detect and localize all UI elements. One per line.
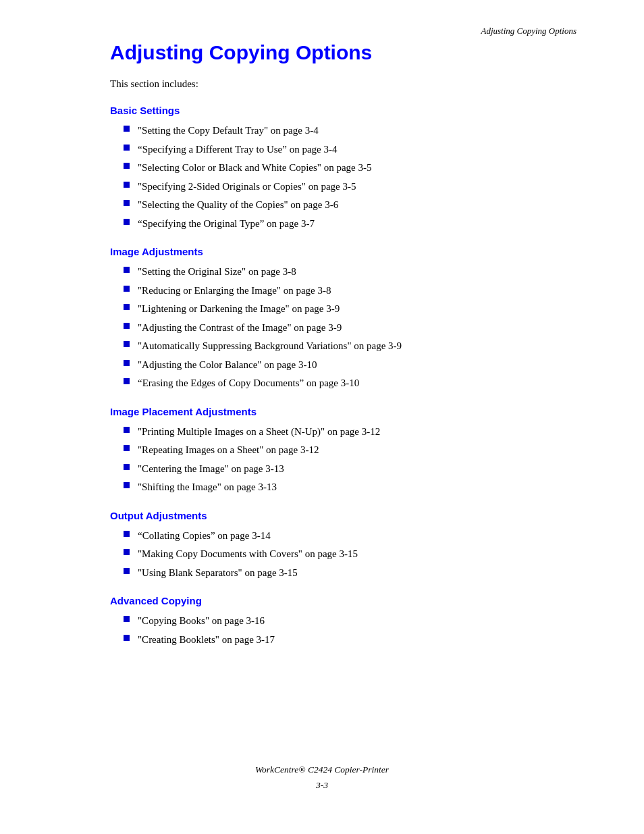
section-heading-advanced-copying: Advanced Copying [110, 595, 576, 606]
basic-settings-list: "Setting the Copy Default Tray" on page … [124, 123, 576, 231]
list-item: "Centering the Image" on page 3-13 [124, 461, 576, 477]
list-item: "Shifting the Image" on page 3-13 [124, 479, 576, 495]
section-image-placement: Image Placement Adjustments "Printing Mu… [110, 406, 576, 495]
page-header: Adjusting Copying Options [481, 26, 576, 36]
bullet-icon [124, 341, 130, 347]
footer-line1: WorkCentre® C2424 Copier-Printer [0, 762, 644, 778]
bullet-icon [124, 267, 130, 273]
list-item: "Setting the Copy Default Tray" on page … [124, 123, 576, 138]
list-item-text: "Making Copy Documents with Covers" on p… [138, 546, 358, 562]
list-item-text: "Shifting the Image" on page 3-13 [138, 479, 277, 495]
image-placement-list: "Printing Multiple Images on a Sheet (N-… [124, 424, 576, 495]
list-item: "Copying Books" on page 3-16 [124, 613, 576, 629]
bullet-icon [124, 464, 130, 470]
bullet-icon [124, 219, 130, 225]
list-item-text: “Specifying a Different Tray to Use” on … [138, 142, 337, 157]
list-item: “Collating Copies” on page 3-14 [124, 528, 576, 544]
section-heading-output-adjustments: Output Adjustments [110, 510, 576, 521]
list-item-text: "Reducing or Enlarging the Image" on pag… [138, 283, 331, 298]
list-item: "Creating Booklets" on page 3-17 [124, 632, 576, 648]
bullet-icon [124, 616, 130, 622]
list-item: "Adjusting the Contrast of the Image" on… [124, 320, 576, 336]
header-title: Adjusting Copying Options [481, 26, 576, 36]
list-item: "Specifying 2-Sided Originals or Copies"… [124, 179, 576, 194]
intro-text: This section includes: [110, 78, 576, 90]
bullet-icon [124, 531, 130, 537]
list-item-text: "Centering the Image" on page 3-13 [138, 461, 284, 477]
list-item: “Erasing the Edges of Copy Documents” on… [124, 375, 576, 391]
list-item: "Printing Multiple Images on a Sheet (N-… [124, 424, 576, 440]
bullet-icon [124, 145, 130, 151]
list-item: "Repeating Images on a Sheet" on page 3-… [124, 442, 576, 458]
list-item: "Lightening or Darkening the Image" on p… [124, 301, 576, 317]
section-heading-image-placement: Image Placement Adjustments [110, 406, 576, 417]
bullet-icon [124, 163, 130, 169]
list-item-text: "Creating Booklets" on page 3-17 [138, 632, 275, 648]
list-item-text: "Selecting Color or Black and White Copi… [138, 160, 371, 176]
list-item-text: "Selecting the Quality of the Copies" on… [138, 197, 338, 213]
list-item-text: "Using Blank Separators" on page 3-15 [138, 565, 298, 581]
list-item-text: "Repeating Images on a Sheet" on page 3-… [138, 442, 319, 458]
list-item: "Using Blank Separators" on page 3-15 [124, 565, 576, 581]
section-image-adjustments: Image Adjustments "Setting the Original … [110, 246, 576, 391]
list-item: "Setting the Original Size" on page 3-8 [124, 264, 576, 280]
list-item: "Adjusting the Color Balance" on page 3-… [124, 357, 576, 373]
page-footer: WorkCentre® C2424 Copier-Printer 3-3 [0, 762, 644, 793]
output-adjustments-list: “Collating Copies” on page 3-14 "Making … [124, 528, 576, 581]
bullet-icon [124, 360, 130, 366]
bullet-icon [124, 323, 130, 329]
list-item: "Reducing or Enlarging the Image" on pag… [124, 283, 576, 298]
section-heading-image-adjustments: Image Adjustments [110, 246, 576, 257]
page-title: Adjusting Copying Options [110, 41, 576, 65]
bullet-icon [124, 378, 130, 384]
section-advanced-copying: Advanced Copying "Copying Books" on page… [110, 595, 576, 647]
section-heading-basic-settings: Basic Settings [110, 105, 576, 116]
list-item-text: "Printing Multiple Images on a Sheet (N-… [138, 424, 380, 440]
bullet-icon [124, 304, 130, 310]
footer-line2: 3-3 [0, 778, 644, 793]
list-item: “Specifying the Original Type” on page 3… [124, 216, 576, 232]
list-item-text: "Adjusting the Color Balance" on page 3-… [138, 357, 317, 373]
bullet-icon [124, 635, 130, 641]
list-item-text: "Lightening or Darkening the Image" on p… [138, 301, 340, 317]
bullet-icon [124, 286, 130, 292]
list-item-text: "Adjusting the Contrast of the Image" on… [138, 320, 342, 336]
list-item-text: "Setting the Original Size" on page 3-8 [138, 264, 296, 280]
bullet-icon [124, 482, 130, 488]
section-output-adjustments: Output Adjustments “Collating Copies” on… [110, 510, 576, 581]
bullet-icon [124, 200, 130, 206]
list-item-text: “Collating Copies” on page 3-14 [138, 528, 271, 544]
list-item-text: "Copying Books" on page 3-16 [138, 613, 265, 629]
list-item: "Selecting the Quality of the Copies" on… [124, 197, 576, 213]
bullet-icon [124, 182, 130, 188]
list-item: "Selecting Color or Black and White Copi… [124, 160, 576, 176]
bullet-icon [124, 126, 130, 132]
image-adjustments-list: "Setting the Original Size" on page 3-8 … [124, 264, 576, 391]
list-item-text: "Specifying 2-Sided Originals or Copies"… [138, 179, 356, 194]
list-item: "Automatically Suppressing Background Va… [124, 338, 576, 354]
section-basic-settings: Basic Settings "Setting the Copy Default… [110, 105, 576, 231]
list-item-text: “Erasing the Edges of Copy Documents” on… [138, 375, 359, 391]
bullet-icon [124, 549, 130, 555]
bullet-icon [124, 427, 130, 433]
list-item-text: “Specifying the Original Type” on page 3… [138, 216, 315, 232]
bullet-icon [124, 568, 130, 574]
list-item-text: "Automatically Suppressing Background Va… [138, 338, 402, 354]
bullet-icon [124, 445, 130, 451]
page-container: Adjusting Copying Options Adjusting Copy… [0, 0, 644, 834]
list-item: "Making Copy Documents with Covers" on p… [124, 546, 576, 562]
advanced-copying-list: "Copying Books" on page 3-16 "Creating B… [124, 613, 576, 647]
list-item-text: "Setting the Copy Default Tray" on page … [138, 123, 319, 138]
list-item: “Specifying a Different Tray to Use” on … [124, 142, 576, 157]
